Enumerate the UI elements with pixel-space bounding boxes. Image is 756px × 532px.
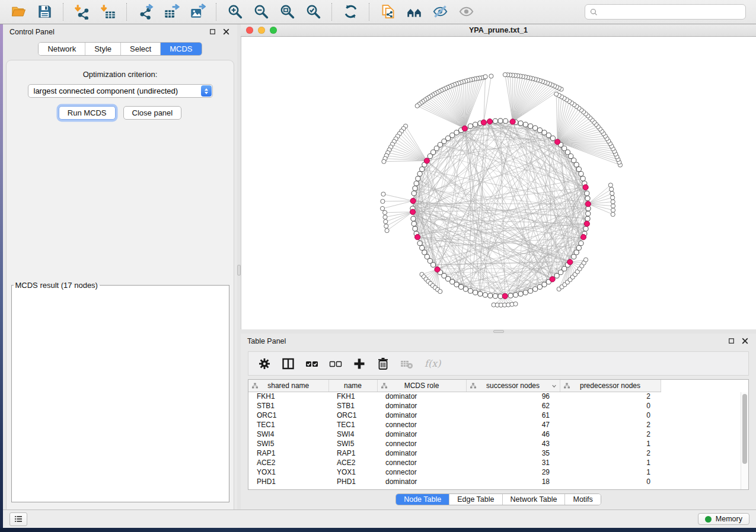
graph-node[interactable] xyxy=(576,167,581,172)
select-all-rows-button[interactable] xyxy=(305,357,319,371)
graph-node[interactable] xyxy=(586,211,591,216)
vertical-splitter[interactable] xyxy=(237,24,241,509)
graph-node[interactable] xyxy=(518,121,523,126)
table-cell[interactable]: PHD1 xyxy=(248,477,328,486)
table-cell[interactable]: dominator xyxy=(377,392,466,401)
zoom-out-button[interactable] xyxy=(251,2,270,21)
table-cell[interactable]: 61 xyxy=(466,411,560,420)
network-canvas[interactable] xyxy=(241,37,756,329)
graph-leaf-node[interactable] xyxy=(583,258,588,262)
graph-node[interactable] xyxy=(412,191,416,196)
graph-node[interactable] xyxy=(412,222,416,226)
graph-node[interactable] xyxy=(473,122,478,127)
column-layout-button[interactable] xyxy=(281,357,295,371)
new-network-from-selection-button[interactable] xyxy=(378,2,397,21)
table-cell[interactable]: 0 xyxy=(560,477,661,486)
table-cell[interactable]: 1 xyxy=(560,458,661,467)
graph-node[interactable] xyxy=(420,245,425,250)
graph-node-selected[interactable] xyxy=(583,185,588,190)
table-cell[interactable]: SWI4 xyxy=(328,430,377,439)
graph-node[interactable] xyxy=(585,196,590,201)
export-image-button[interactable] xyxy=(188,2,207,21)
table-cell[interactable]: FKH1 xyxy=(328,392,377,401)
table-cell[interactable]: 62 xyxy=(466,401,560,411)
graph-leaf-node[interactable] xyxy=(611,196,615,200)
table-cell[interactable]: ACE2 xyxy=(248,458,328,467)
graph-node[interactable] xyxy=(583,226,588,231)
graph-node[interactable] xyxy=(483,293,487,297)
table-row[interactable]: RAP1RAP1dominator352 xyxy=(248,448,748,458)
graph-node[interactable] xyxy=(428,154,432,159)
mcds-result-list[interactable]: PHD1CAR1STP4TID3YOX1SWI4SRD1PMA2FKH1ACE2… xyxy=(13,291,219,292)
table-cell[interactable]: 47 xyxy=(466,420,560,430)
table-cell[interactable]: 43 xyxy=(466,439,560,448)
graph-node[interactable] xyxy=(478,291,483,296)
delete-table-button[interactable] xyxy=(400,357,414,371)
table-row[interactable]: TEC1TEC1connector472 xyxy=(248,420,748,430)
graph-leaf-node[interactable] xyxy=(611,212,615,216)
graph-leaf-node[interactable] xyxy=(415,104,419,108)
graph-node[interactable] xyxy=(454,130,459,135)
graph-node-selected[interactable] xyxy=(584,221,589,226)
table-row[interactable]: YOX1YOX1connector291 xyxy=(248,467,748,477)
graph-leaf-node[interactable] xyxy=(383,210,387,214)
graph-leaf-node[interactable] xyxy=(483,75,487,79)
table-cell[interactable]: FKH1 xyxy=(248,392,328,401)
vertical-splitter-handle[interactable] xyxy=(237,265,241,275)
table-scrollbar[interactable] xyxy=(741,392,748,489)
graph-node[interactable] xyxy=(450,280,455,284)
search-input[interactable] xyxy=(599,8,742,17)
graph-node[interactable] xyxy=(537,284,542,289)
graph-leaf-node[interactable] xyxy=(381,199,385,203)
graph-node[interactable] xyxy=(459,284,464,289)
control-panel-close-button[interactable] xyxy=(222,28,231,37)
deselect-all-rows-button[interactable] xyxy=(328,357,343,371)
table-cell[interactable]: TEC1 xyxy=(248,420,328,430)
tab-select[interactable]: Select xyxy=(120,43,160,55)
add-column-button[interactable] xyxy=(352,357,366,371)
zoom-in-button[interactable] xyxy=(225,2,244,21)
column-header-mcds-role[interactable]: MCDS role xyxy=(377,380,466,392)
first-neighbors-button[interactable] xyxy=(404,2,423,21)
import-network-button[interactable] xyxy=(72,2,91,21)
window-close-button[interactable] xyxy=(246,27,253,34)
fit-content-button[interactable] xyxy=(277,2,296,21)
graph-leaf-node[interactable] xyxy=(380,206,384,210)
table-cell[interactable]: TEC1 xyxy=(328,420,377,430)
table-cell[interactable]: SWI5 xyxy=(248,439,328,448)
table-cell[interactable]: 1 xyxy=(560,439,661,448)
graph-node[interactable] xyxy=(431,262,436,267)
graph-node-selected[interactable] xyxy=(550,277,555,282)
graph-node[interactable] xyxy=(420,167,425,172)
network-graph[interactable] xyxy=(241,37,756,329)
refresh-view-button[interactable] xyxy=(341,2,360,21)
graph-node[interactable] xyxy=(413,186,417,191)
show-all-button[interactable] xyxy=(457,2,476,21)
tab-mcds[interactable]: MCDS xyxy=(160,43,201,55)
table-panel-float-button[interactable] xyxy=(727,337,736,346)
table-row[interactable]: PHD1PHD1dominator180 xyxy=(248,477,748,486)
table-options-button[interactable] xyxy=(257,357,272,371)
table-scrollbar-thumb[interactable] xyxy=(742,394,747,464)
graph-node[interactable] xyxy=(498,118,503,123)
table-cell[interactable]: dominator xyxy=(377,430,466,439)
graph-node[interactable] xyxy=(565,150,570,155)
open-session-button[interactable] xyxy=(9,2,28,21)
graph-node[interactable] xyxy=(411,216,416,221)
table-cell[interactable]: SWI5 xyxy=(328,439,377,448)
graph-node[interactable] xyxy=(579,171,583,176)
graph-leaf-node[interactable] xyxy=(503,73,507,77)
graph-leaf-node[interactable] xyxy=(383,215,387,219)
graph-node[interactable] xyxy=(442,139,446,144)
graph-node[interactable] xyxy=(434,146,439,150)
table-cell[interactable]: connector xyxy=(377,439,466,448)
graph-node[interactable] xyxy=(574,250,579,255)
graph-node[interactable] xyxy=(463,287,468,291)
graph-leaf-node[interactable] xyxy=(384,224,388,228)
table-cell[interactable]: STB1 xyxy=(328,401,377,411)
graph-node[interactable] xyxy=(537,128,542,133)
window-zoom-button[interactable] xyxy=(270,27,277,34)
graph-node[interactable] xyxy=(523,290,528,295)
graph-node[interactable] xyxy=(572,158,576,163)
graph-leaf-node[interactable] xyxy=(384,220,388,224)
